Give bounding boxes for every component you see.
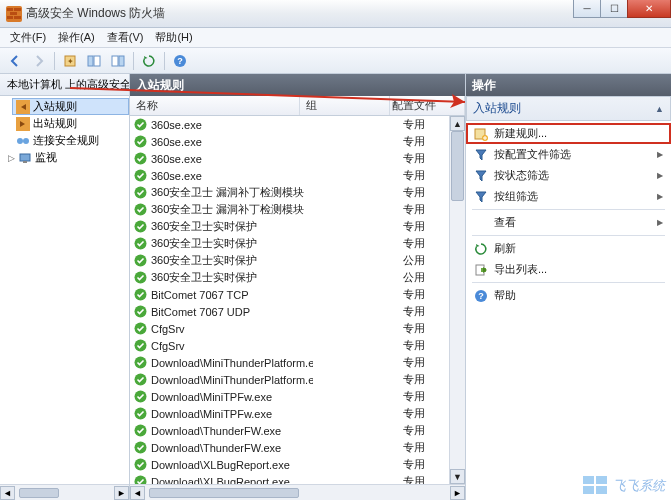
rule-row[interactable]: Download\MiniTPFw.exe专用 (130, 405, 465, 422)
help-toolbar-icon[interactable]: ? (169, 50, 191, 72)
submenu-arrow-icon: ▶ (657, 218, 663, 227)
tree-pane: 本地计算机 上的高级安全 Win 入站规则 出站规则 连接安全规则 ▷ 监视 ◄ (0, 74, 130, 500)
rule-row[interactable]: CfgSrv专用 (130, 320, 465, 337)
tree-node-inbound[interactable]: 入站规则 (12, 98, 129, 115)
action-export[interactable]: 导出列表... (466, 259, 671, 280)
rule-row[interactable]: 360se.exe专用 (130, 116, 465, 133)
separator (54, 52, 55, 70)
tree-node-consec[interactable]: 连接安全规则 (12, 132, 129, 149)
scrollbar-thumb[interactable] (149, 488, 299, 498)
scroll-left-icon[interactable]: ◄ (0, 486, 15, 500)
rule-row[interactable]: Download\ThunderFW.exe专用 (130, 422, 465, 439)
action-label: 导出列表... (494, 262, 547, 277)
col-group-header[interactable]: 组 (300, 96, 390, 115)
action-help[interactable]: ? 帮助 (466, 285, 671, 306)
refresh-toolbar-icon[interactable] (138, 50, 160, 72)
rule-row[interactable]: Download\MiniThunderPlatform.exe专用 (130, 354, 465, 371)
monitor-icon (18, 151, 32, 165)
rule-row[interactable]: 360安全卫士实时保护专用 (130, 218, 465, 235)
action-filter-group[interactable]: 按组筛选 ▶ (466, 186, 671, 207)
svg-rect-10 (112, 56, 118, 66)
allow-icon (134, 237, 147, 250)
rule-row[interactable]: 360安全卫士 漏洞补丁检测模块专用 (130, 184, 465, 201)
svg-rect-4 (7, 16, 13, 19)
window-buttons: ─ ☐ ✕ (574, 0, 671, 18)
rule-row[interactable]: 360安全卫士实时保护公用 (130, 252, 465, 269)
actions-section-label: 入站规则 (473, 100, 521, 117)
rule-row[interactable]: Download\XLBugReport.exe专用 (130, 456, 465, 473)
scroll-left-icon[interactable]: ◄ (130, 486, 145, 500)
maximize-button[interactable]: ☐ (600, 0, 628, 18)
menu-help[interactable]: 帮助(H) (149, 28, 198, 47)
close-button[interactable]: ✕ (627, 0, 671, 18)
action-filter-state[interactable]: 按状态筛选 ▶ (466, 165, 671, 186)
back-button[interactable] (4, 50, 26, 72)
allow-icon (134, 254, 147, 267)
tree-node-label: 入站规则 (33, 99, 77, 114)
tree-expander-icon[interactable]: ▷ (8, 153, 15, 163)
tree-header-text: 本地计算机 上的高级安全 Win (7, 77, 129, 92)
rule-row[interactable]: Download\ThunderFW.exe专用 (130, 439, 465, 456)
menu-file[interactable]: 文件(F) (4, 28, 52, 47)
allow-icon (134, 135, 147, 148)
center-title: 入站规则 (130, 74, 465, 96)
rule-row[interactable]: CfgSrv专用 (130, 337, 465, 354)
allow-icon (134, 118, 147, 131)
allow-icon (134, 305, 147, 318)
action-view[interactable]: 查看 ▶ (466, 212, 671, 233)
minimize-button[interactable]: ─ (573, 0, 601, 18)
rule-row[interactable]: 360安全卫士实时保护公用 (130, 269, 465, 286)
rule-row[interactable]: Download\XLBugReport.exe专用 (130, 473, 465, 484)
scrollbar-track[interactable] (450, 131, 465, 469)
col-name-header[interactable]: 名称 (130, 96, 300, 115)
titlebar: 高级安全 Windows 防火墙 ─ ☐ ✕ (0, 0, 671, 28)
refresh-icon (474, 242, 488, 256)
scroll-right-icon[interactable]: ► (114, 486, 129, 500)
scrollbar-thumb[interactable] (451, 131, 464, 201)
show-hide-tree-icon[interactable] (83, 50, 105, 72)
action-label: 帮助 (494, 288, 516, 303)
filter-icon (474, 169, 488, 183)
action-label: 按配置文件筛选 (494, 147, 571, 162)
allow-icon (134, 356, 147, 369)
forward-button[interactable] (28, 50, 50, 72)
inbound-rules-icon (16, 100, 30, 114)
svg-rect-5 (14, 16, 21, 19)
list-hscrollbar[interactable]: ◄ ► (130, 484, 465, 500)
rule-row[interactable]: 360se.exe专用 (130, 133, 465, 150)
rule-row[interactable]: 360安全卫士实时保护专用 (130, 235, 465, 252)
tree-hscrollbar[interactable]: ◄ ► (0, 484, 129, 500)
allow-icon (134, 390, 147, 403)
rule-row[interactable]: 360se.exe专用 (130, 167, 465, 184)
rule-row[interactable]: BitComet 7067 UDP专用 (130, 303, 465, 320)
action-label: 新建规则... (494, 126, 547, 141)
scrollbar-thumb[interactable] (19, 488, 59, 498)
rule-row[interactable]: 360安全卫士 漏洞补丁检测模块专用 (130, 201, 465, 218)
scroll-up-icon[interactable]: ▲ (450, 116, 465, 131)
col-profile-header[interactable]: 配置文件 (390, 96, 465, 115)
action-refresh[interactable]: 刷新 (466, 238, 671, 259)
rule-name: BitComet 7067 TCP (151, 289, 313, 301)
collapse-icon: ▲ (655, 104, 664, 114)
rule-row[interactable]: 360se.exe专用 (130, 150, 465, 167)
rule-row[interactable]: Download\MiniThunderPlatform.exe专用 (130, 371, 465, 388)
svg-rect-9 (94, 56, 100, 66)
menu-view[interactable]: 查看(V) (101, 28, 150, 47)
show-hide-actions-icon[interactable] (107, 50, 129, 72)
list-vscrollbar[interactable]: ▲ ▼ (449, 116, 465, 484)
scroll-down-icon[interactable]: ▼ (450, 469, 465, 484)
svg-point-17 (17, 138, 23, 144)
tree-node-outbound[interactable]: 出站规则 (12, 115, 129, 132)
scroll-right-icon[interactable]: ► (450, 486, 465, 500)
tree-node-monitor[interactable]: ▷ 监视 (4, 149, 129, 166)
menu-action[interactable]: 操作(A) (52, 28, 101, 47)
action-filter-profile[interactable]: 按配置文件筛选 ▶ (466, 144, 671, 165)
rule-name: 360安全卫士 漏洞补丁检测模块 (151, 202, 313, 217)
rule-row[interactable]: BitComet 7067 TCP专用 (130, 286, 465, 303)
main-area: 本地计算机 上的高级安全 Win 入站规则 出站规则 连接安全规则 ▷ 监视 ◄ (0, 74, 671, 500)
new-rule-toolbar-icon[interactable]: ✦ (59, 50, 81, 72)
action-new-rule[interactable]: 新建规则... (466, 123, 671, 144)
rule-row[interactable]: Download\MiniTPFw.exe专用 (130, 388, 465, 405)
rule-name: 360安全卫士实时保护 (151, 236, 313, 251)
actions-section-header[interactable]: 入站规则 ▲ (466, 96, 671, 121)
